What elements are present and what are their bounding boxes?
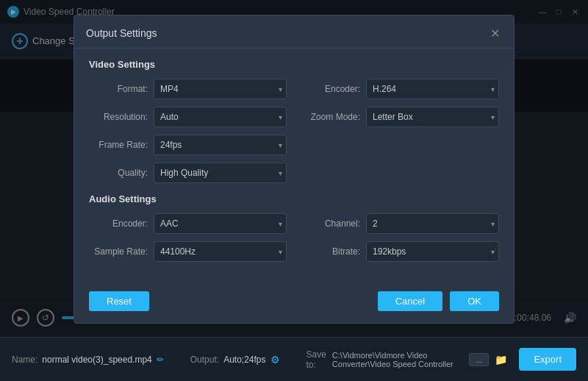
sample-rate-label: Sample Rate: — [89, 246, 148, 257]
video-settings-title: Video Settings — [89, 59, 499, 70]
name-value: normal video(3)_speed.mp4 — [42, 355, 151, 365]
output-label: Output: — [190, 355, 219, 365]
quality-label: Quality: — [89, 168, 148, 178]
channel-label: Channel: — [301, 218, 360, 229]
bitrate-label: Bitrate: — [301, 246, 360, 257]
resolution-row: Resolution: Auto ▾ — [89, 107, 287, 127]
quality-select-wrapper: High Quality ▾ — [154, 163, 287, 183]
save-to-label: Save to: — [306, 349, 326, 370]
output-settings-dialog: Output Settings ✕ Video Settings Format:… — [74, 15, 514, 324]
frame-rate-label: Frame Rate: — [89, 140, 148, 150]
sample-rate-row: Sample Rate: 44100Hz ▾ — [89, 241, 287, 262]
modal-overlay: Output Settings ✕ Video Settings Format:… — [0, 0, 588, 337]
bitrate-select-wrapper: 192kbps ▾ — [366, 241, 499, 262]
frame-rate-select[interactable]: 24fps — [154, 135, 287, 155]
resolution-label: Resolution: — [89, 112, 148, 122]
sample-rate-select[interactable]: 44100Hz — [154, 241, 287, 262]
output-settings-icon[interactable]: ⚙ — [270, 354, 280, 366]
output-value: Auto;24fps — [223, 355, 265, 365]
empty-cell — [301, 135, 499, 155]
ok-button[interactable]: OK — [450, 291, 499, 311]
encoder-label: Encoder: — [301, 84, 360, 94]
resolution-select[interactable]: Auto — [154, 107, 287, 127]
status-output-section: Output: Auto;24fps ⚙ — [190, 354, 280, 366]
format-select-wrapper: MP4 ▾ — [154, 79, 287, 99]
bitrate-select[interactable]: 192kbps — [366, 241, 499, 262]
format-label: Format: — [89, 84, 148, 94]
encoder-row: Encoder: H.264 ▾ — [301, 79, 499, 99]
edit-name-icon[interactable]: ✏ — [157, 355, 164, 365]
cancel-button[interactable]: Cancel — [378, 291, 442, 311]
reset-button[interactable]: Reset — [89, 291, 149, 311]
zoom-mode-select[interactable]: Letter Box — [366, 107, 499, 127]
audio-settings-grid: Encoder: AAC ▾ Channel: 2 — [89, 213, 499, 262]
channel-row: Channel: 2 ▾ — [301, 213, 499, 234]
channel-select[interactable]: 2 — [366, 213, 499, 234]
audio-encoder-select[interactable]: AAC — [154, 213, 287, 234]
sample-rate-select-wrapper: 44100Hz ▾ — [154, 241, 287, 262]
channel-select-wrapper: 2 ▾ — [366, 213, 499, 234]
dialog-title: Output Settings — [86, 27, 157, 39]
resolution-select-wrapper: Auto ▾ — [154, 107, 287, 127]
save-path: C:\Vidmore\Vidmore Video Converter\Video… — [332, 351, 463, 368]
encoder-select-wrapper: H.264 ▾ — [366, 79, 499, 99]
audio-encoder-select-wrapper: AAC ▾ — [154, 213, 287, 234]
audio-encoder-row: Encoder: AAC ▾ — [89, 213, 287, 234]
status-path-section: Save to: C:\Vidmore\Vidmore Video Conver… — [306, 349, 508, 370]
folder-icon[interactable]: 📁 — [495, 354, 507, 366]
quality-select[interactable]: High Quality — [154, 163, 287, 183]
format-select[interactable]: MP4 — [154, 79, 287, 99]
zoom-mode-label: Zoom Mode: — [301, 112, 360, 122]
name-label: Name: — [12, 355, 37, 365]
status-bar: Name: normal video(3)_speed.mp4 ✏ Output… — [0, 337, 588, 381]
dialog-close-button[interactable]: ✕ — [487, 26, 502, 40]
footer-right-buttons: Cancel OK — [378, 291, 499, 311]
encoder-select[interactable]: H.264 — [366, 79, 499, 99]
dialog-body: Video Settings Format: MP4 ▾ Encoder: — [74, 49, 514, 284]
browse-button[interactable]: ... — [469, 353, 489, 366]
format-row: Format: MP4 ▾ — [89, 79, 287, 99]
quality-row: Quality: High Quality ▾ — [89, 163, 287, 183]
zoom-mode-row: Zoom Mode: Letter Box ▾ — [301, 107, 499, 127]
export-button[interactable]: Export — [519, 348, 576, 371]
frame-rate-row: Frame Rate: 24fps ▾ — [89, 135, 287, 155]
zoom-mode-select-wrapper: Letter Box ▾ — [366, 107, 499, 127]
video-settings-grid: Format: MP4 ▾ Encoder: H.264 — [89, 79, 499, 183]
dialog-footer: Reset Cancel OK — [74, 284, 514, 323]
status-name-section: Name: normal video(3)_speed.mp4 ✏ — [12, 355, 164, 365]
audio-encoder-label: Encoder: — [89, 218, 148, 229]
frame-rate-select-wrapper: 24fps ▾ — [154, 135, 287, 155]
audio-settings-title: Audio Settings — [89, 193, 499, 204]
bitrate-row: Bitrate: 192kbps ▾ — [301, 241, 499, 262]
dialog-header: Output Settings ✕ — [74, 15, 514, 49]
